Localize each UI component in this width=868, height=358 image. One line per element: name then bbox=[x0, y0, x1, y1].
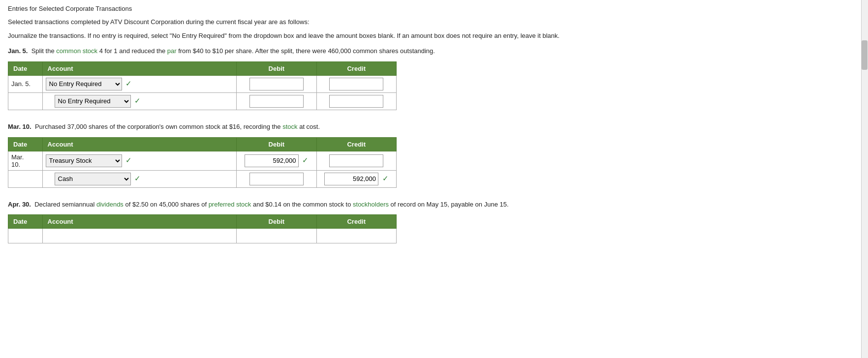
date-cell-mar10-r2 bbox=[8, 170, 43, 187]
debit-cell-mar10-row1: ✓ bbox=[237, 151, 316, 170]
table-row: Cash Treasury Stock No Entry Required Co… bbox=[8, 170, 397, 187]
highlight-preferred-stock: preferred stock bbox=[209, 201, 251, 208]
account-cell-jan5-row1: No Entry Required Common Stock Cash Reta… bbox=[42, 75, 237, 92]
debit-cell-jan5-row1 bbox=[237, 75, 316, 92]
header-credit-2: Credit bbox=[316, 137, 396, 151]
account-cell-mar10-row1: Treasury Stock Cash No Entry Required Co… bbox=[42, 151, 237, 170]
transaction-3-label: Apr. 30. Declared semiannual dividends o… bbox=[8, 200, 860, 210]
check-icon-debit-mar10[interactable]: ✓ bbox=[302, 156, 309, 164]
table-row: Mar.10. Treasury Stock Cash No Entry Req… bbox=[8, 151, 397, 170]
check-icon-mar10-row1[interactable]: ✓ bbox=[125, 156, 132, 164]
account-cell-jan5-row2: No Entry Required Common Stock Cash Reta… bbox=[42, 92, 237, 110]
header-account-3: Account bbox=[42, 215, 237, 229]
header-date-2: Date bbox=[8, 137, 43, 151]
journal-table-apr30: Date Account Debit Credit bbox=[8, 214, 397, 243]
account-select-mar10-row2[interactable]: Cash Treasury Stock No Entry Required Co… bbox=[55, 173, 131, 185]
header-credit-3: Credit bbox=[316, 215, 396, 229]
credit-input-mar10-row1[interactable] bbox=[329, 154, 383, 167]
header-debit-2: Debit bbox=[237, 137, 316, 151]
account-cell-mar10-row2: Cash Treasury Stock No Entry Required Co… bbox=[42, 170, 237, 187]
header-account-2: Account bbox=[42, 137, 237, 151]
date-cell-apr30 bbox=[8, 229, 43, 243]
debit-input-mar10-row1[interactable] bbox=[245, 154, 299, 167]
date-cell-mar10: Mar.10. bbox=[8, 151, 43, 170]
credit-cell-apr30-row1 bbox=[316, 229, 396, 243]
check-icon-jan5-row2[interactable]: ✓ bbox=[134, 96, 141, 105]
header-debit-3: Debit bbox=[237, 215, 316, 229]
credit-input-jan5-row2[interactable] bbox=[329, 95, 383, 108]
check-icon-credit-mar10[interactable]: ✓ bbox=[382, 174, 389, 182]
scrollbar[interactable] bbox=[861, 0, 868, 260]
description-text: Selected transactions completed by ATV D… bbox=[8, 17, 860, 27]
table-row: No Entry Required Common Stock Cash Reta… bbox=[8, 92, 397, 110]
highlight-common-stock: common stock bbox=[56, 47, 97, 55]
debit-input-mar10-row2[interactable] bbox=[249, 173, 304, 185]
credit-cell-mar10-row1 bbox=[316, 151, 396, 170]
debit-input-jan5-row1[interactable] bbox=[249, 78, 304, 90]
table-row: Jan. 5. No Entry Required Common Stock C… bbox=[8, 75, 397, 92]
scrollbar-thumb[interactable] bbox=[862, 40, 868, 70]
instruction-text: Journalize the transactions. If no entry… bbox=[8, 31, 860, 41]
credit-input-mar10-row2[interactable] bbox=[324, 173, 378, 185]
credit-cell-jan5-row2 bbox=[316, 92, 396, 110]
debit-input-jan5-row2[interactable] bbox=[249, 95, 304, 108]
journal-table-mar10: Date Account Debit Credit Mar.10. Treasu… bbox=[8, 137, 397, 188]
debit-cell-mar10-row2 bbox=[237, 170, 316, 187]
highlight-stock: stock bbox=[282, 123, 297, 130]
header-date-1: Date bbox=[8, 61, 43, 75]
debit-cell-apr30-row1 bbox=[237, 229, 316, 243]
header-credit-1: Credit bbox=[316, 61, 396, 75]
check-icon-jan5-row1[interactable]: ✓ bbox=[125, 79, 132, 88]
debit-cell-jan5-row2 bbox=[237, 92, 316, 110]
account-select-jan5-row1[interactable]: No Entry Required Common Stock Cash Reta… bbox=[46, 78, 122, 90]
highlight-par: par bbox=[167, 47, 177, 55]
header-date-3: Date bbox=[8, 215, 43, 229]
table-row bbox=[8, 229, 397, 243]
date-cell-jan5-r2 bbox=[8, 92, 43, 110]
highlight-dividends: dividends bbox=[96, 201, 124, 208]
transaction-1-label: Jan. 5. Split the common stock 4 for 1 a… bbox=[8, 46, 860, 57]
credit-input-jan5-row1[interactable] bbox=[329, 78, 383, 90]
credit-cell-jan5-row1 bbox=[316, 75, 396, 92]
date-cell-jan5: Jan. 5. bbox=[8, 75, 43, 92]
header-debit-1: Debit bbox=[237, 61, 316, 75]
account-select-jan5-row2[interactable]: No Entry Required Common Stock Cash Reta… bbox=[55, 95, 131, 108]
account-select-mar10-row1[interactable]: Treasury Stock Cash No Entry Required Co… bbox=[46, 154, 122, 167]
journal-table-jan5: Date Account Debit Credit Jan. 5. No Ent… bbox=[8, 61, 397, 110]
page-title: Entries for Selected Corporate Transacti… bbox=[8, 5, 860, 12]
transaction-2-label: Mar. 10. Purchased 37,000 shares of the … bbox=[8, 122, 860, 132]
credit-cell-mar10-row2: ✓ bbox=[316, 170, 396, 187]
check-icon-mar10-row2[interactable]: ✓ bbox=[134, 174, 141, 182]
header-account-1: Account bbox=[42, 61, 237, 75]
account-cell-apr30-row1 bbox=[42, 229, 237, 243]
highlight-stockholders: stockholders bbox=[353, 201, 389, 208]
